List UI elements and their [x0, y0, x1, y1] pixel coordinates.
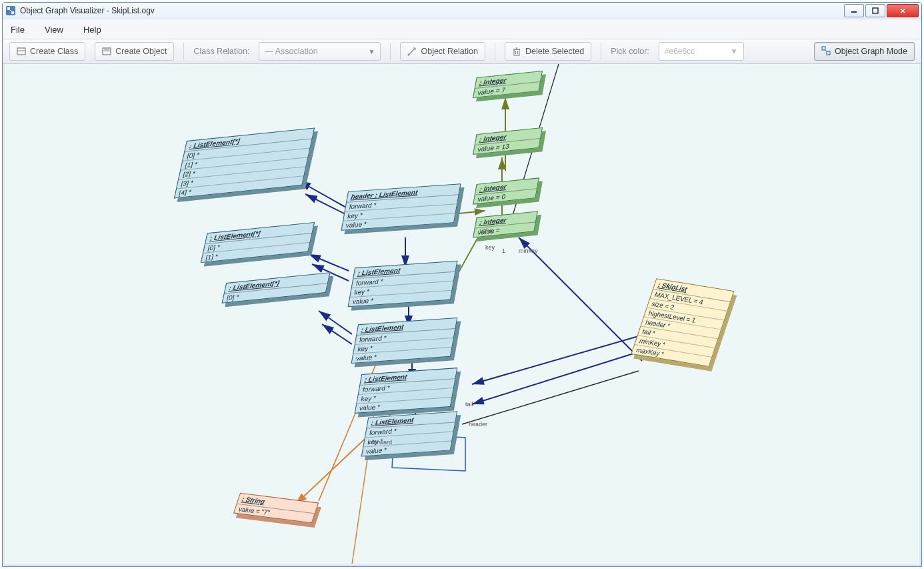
- node-listelement-array-2[interactable]: : ListElement[*] [0] *: [221, 272, 330, 304]
- node-string[interactable]: : String value = "7": [233, 493, 319, 524]
- svg-rect-19: [827, 51, 830, 55]
- svg-line-24: [472, 334, 645, 384]
- class-icon: [17, 47, 26, 56]
- relation-icon: [407, 47, 417, 56]
- svg-line-32: [319, 311, 352, 334]
- separator: [390, 43, 391, 60]
- svg-line-26: [519, 237, 642, 361]
- object-relation-button[interactable]: Object Relation: [400, 42, 485, 61]
- relation-type-combo[interactable]: — Association ▼: [259, 42, 381, 61]
- node-skiplist[interactable]: : SkipList MAX_LEVEL = 4 size = 2 highes…: [631, 278, 734, 367]
- object-graph-mode-button[interactable]: Object Graph Mode: [814, 42, 915, 61]
- mode-label: Object Graph Mode: [835, 47, 907, 56]
- node-integer-0[interactable]: : Integer value = 7: [473, 71, 543, 98]
- color-value: #e6e6cc: [665, 47, 695, 56]
- create-object-label: Create Object: [115, 47, 167, 56]
- pick-color-label: Pick color:: [611, 47, 649, 56]
- separator: [495, 43, 495, 60]
- svg-line-30: [309, 254, 349, 271]
- titlebar: Object Graph Visualizer - SkipList.ogv ✕: [3, 3, 921, 19]
- edge-label-forward: forward: [372, 439, 392, 446]
- svg-line-38: [452, 211, 485, 214]
- svg-line-20: [825, 50, 827, 51]
- graph-mode-icon: [821, 46, 831, 57]
- node-header[interactable]: header : ListElement forward * key * val…: [341, 183, 461, 231]
- maximize-button[interactable]: [865, 4, 885, 17]
- edge-label-header: header: [469, 421, 487, 428]
- svg-rect-5: [873, 8, 878, 13]
- node-listelement-array-1[interactable]: : ListElement[*] [0] * [1] *: [201, 222, 315, 263]
- node-integer-2[interactable]: : Integer value = 0: [473, 177, 539, 204]
- node-listelement-array-0[interactable]: : ListElement[*] [0] * [1] * [2] * [3] *…: [174, 127, 315, 198]
- create-object-button[interactable]: Create Object: [95, 42, 174, 61]
- node-integer-1[interactable]: : Integer value = 13: [473, 127, 543, 155]
- svg-line-33: [322, 324, 352, 344]
- chevron-down-icon: ▼: [730, 47, 738, 56]
- diagram-canvas[interactable]: : ListElement[*] [0] * [1] * [2] * [3] *…: [5, 64, 919, 564]
- edge-label-value: value: [480, 227, 495, 234]
- separator: [183, 43, 184, 60]
- minimize-button[interactable]: [844, 4, 864, 17]
- delete-selected-label: Delete Selected: [525, 47, 584, 56]
- edge-label-one: 1: [502, 247, 505, 254]
- node-listelement-1[interactable]: : ListElement forward * key * value *: [348, 261, 458, 307]
- delete-selected-button[interactable]: Delete Selected: [505, 42, 591, 61]
- svg-rect-13: [514, 49, 519, 55]
- node-listelement-2[interactable]: : ListElement forward * key * value *: [351, 318, 458, 364]
- separator: [601, 43, 601, 60]
- color-input[interactable]: #e6e6cc ▼: [659, 42, 744, 61]
- node-listelement-3[interactable]: : ListElement forward * key * value *: [355, 368, 458, 414]
- diagram-edges: [5, 64, 919, 564]
- menu-help[interactable]: Help: [81, 23, 104, 37]
- create-class-label: Create Class: [30, 47, 78, 56]
- svg-line-27: [462, 371, 639, 424]
- window-title: Object Graph Visualizer - SkipList.ogv: [20, 6, 844, 15]
- svg-rect-6: [17, 48, 25, 55]
- object-icon: [102, 47, 111, 56]
- object-relation-label: Object Relation: [421, 47, 477, 56]
- menubar: File View Help: [3, 19, 921, 39]
- relation-selected: — Association: [265, 47, 317, 56]
- svg-line-28: [299, 181, 352, 211]
- menu-file[interactable]: File: [8, 23, 27, 37]
- menu-view[interactable]: View: [42, 23, 66, 37]
- edge-label-minkey: minkey: [519, 247, 538, 254]
- svg-point-12: [408, 54, 410, 56]
- chevron-down-icon: ▼: [369, 48, 375, 55]
- edge-label-tail: tail: [465, 401, 473, 408]
- svg-rect-18: [822, 47, 825, 50]
- svg-line-25: [472, 351, 642, 404]
- node-listelement-4[interactable]: : ListElement forward * key * value *: [361, 411, 458, 456]
- create-class-button[interactable]: Create Class: [9, 42, 85, 61]
- class-relation-label: Class Relation:: [193, 47, 249, 56]
- close-button[interactable]: ✕: [887, 4, 919, 17]
- toolbar: Create Class Create Object Class Relatio…: [3, 39, 921, 64]
- app-icon: [5, 5, 16, 16]
- trash-icon: [512, 47, 521, 56]
- edge-label-key: key: [485, 244, 495, 251]
- svg-line-11: [409, 48, 415, 55]
